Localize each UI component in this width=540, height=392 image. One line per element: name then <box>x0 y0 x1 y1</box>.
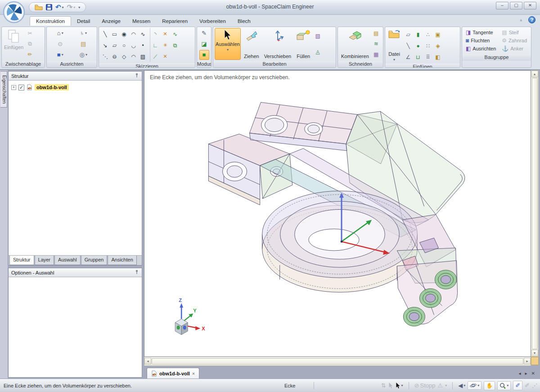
move-tool-button[interactable]: Verschieben <box>262 28 293 60</box>
redo-dropdown[interactable]: ▾ <box>73 5 75 9</box>
document-tab[interactable]: obw1d-b-voll × <box>147 368 199 378</box>
minimize-button[interactable]: – <box>496 2 508 9</box>
align-mate-button[interactable]: ◙Fluchten <box>466 37 496 44</box>
stop-button[interactable]: ⊘ Stopp <box>414 382 436 389</box>
pan-tool-button[interactable]: ✋ <box>484 381 495 390</box>
file-dropdown[interactable]: ▾ <box>393 58 395 62</box>
select-tool-button[interactable]: Auswählen ▾ <box>215 28 241 60</box>
tree-item-label[interactable]: obw1d-b-voll <box>35 84 69 90</box>
panel-tab-struktur[interactable]: Struktur <box>9 256 34 265</box>
polygon-icon[interactable]: ▱ <box>110 40 119 51</box>
panel-tab-gruppen[interactable]: Gruppen <box>81 256 108 265</box>
tangent-arc-icon[interactable]: ◠ <box>129 51 138 62</box>
circle3pt-icon[interactable]: ○ <box>119 40 129 51</box>
copy-icon[interactable]: ⧉ <box>26 40 34 48</box>
plane-icon[interactable]: ▱ <box>403 29 413 40</box>
sketch-mode-icon[interactable]: ✎ <box>199 28 209 38</box>
tangent-mate-button[interactable]: ◨Tangente <box>466 29 496 36</box>
anchor-mate-button[interactable]: ⚓Anker <box>502 45 527 52</box>
file-insert-button[interactable]: Datei ▾ <box>387 28 402 63</box>
extend-icon[interactable]: ✕ <box>160 51 170 62</box>
split-body-icon[interactable]: ▤ <box>372 29 380 37</box>
horizontal-scroll-thumb[interactable] <box>152 358 523 365</box>
mirror-icon[interactable]: ◧ <box>433 51 443 63</box>
axes-icon[interactable]: ∠ <box>403 51 413 63</box>
tab-konstruktion[interactable]: Konstruktion <box>30 16 71 26</box>
tab-reparieren[interactable]: Reparieren <box>156 17 194 26</box>
view-triad[interactable]: Z Y X <box>175 297 205 334</box>
ellipse-icon[interactable]: ⊖ <box>110 51 119 62</box>
cad-model[interactable] <box>208 102 465 326</box>
section-mode-icon[interactable]: ◪ <box>199 39 209 49</box>
axis-icon[interactable]: ╲ <box>403 40 413 51</box>
sweep-arc-icon[interactable]: ◡ <box>129 40 138 51</box>
line-icon[interactable]: ╲ <box>100 28 110 40</box>
help-button[interactable]: ? <box>528 16 536 23</box>
undo-button[interactable]: ↶ ▾ <box>55 4 64 10</box>
exploded-view-icon[interactable]: ◈ <box>433 40 443 51</box>
tree-expander-icon[interactable]: + <box>11 85 16 90</box>
model-viewport[interactable]: Z Y X Eine Ecke ziehen, um den Volumenkö… <box>144 70 531 357</box>
eye-view-icon[interactable]: ⊙ <box>49 38 72 49</box>
isometric-cube-button[interactable]: ■▾ <box>49 50 72 60</box>
save-button[interactable] <box>46 4 52 10</box>
project-icon[interactable]: ⟋ <box>150 51 160 62</box>
previous-view-button[interactable]: ◀ ▾ <box>458 382 465 389</box>
fill-tool-button[interactable]: Füllen <box>294 28 312 60</box>
tab-blech[interactable]: Blech <box>232 17 256 26</box>
paste-button[interactable]: Einfügen <box>3 28 24 60</box>
ngon-icon[interactable]: ◇ <box>119 51 129 62</box>
replace-face-icon[interactable]: ▧ <box>314 32 322 40</box>
close-button[interactable]: ✕ <box>524 2 536 9</box>
cylinder-icon[interactable]: ▮ <box>413 29 423 40</box>
vertical-scrollbar[interactable]: ▴ ▾ <box>531 70 539 357</box>
tab-messen[interactable]: Messen <box>126 17 156 26</box>
spin-view-button[interactable]: ▾ <box>468 381 482 390</box>
home-view-button[interactable]: ⌂▾ <box>49 27 72 38</box>
rectangle-icon[interactable]: ▭ <box>110 28 119 40</box>
gear-mate-button[interactable]: ⚙Zahnrad <box>502 37 527 44</box>
chamfer-icon[interactable]: ∟ <box>150 40 160 51</box>
tab-close-all-icon[interactable]: ✕ <box>531 371 535 376</box>
tab-detail[interactable]: Detail <box>71 17 96 26</box>
redo-button[interactable]: ↷ ▾ <box>67 4 76 10</box>
measure-pointer-button[interactable]: ✐ <box>513 381 522 390</box>
point-icon[interactable]: • <box>138 40 148 51</box>
undo-dropdown[interactable]: ▾ <box>62 5 64 9</box>
shell-solid-icon[interactable]: ▣ <box>433 29 443 40</box>
split-icon[interactable]: ✳ <box>160 40 170 51</box>
properties-vertical-tab[interactable]: Eigenschaften <box>0 71 7 108</box>
rigid-mate-button[interactable]: ▤Steif <box>502 29 527 36</box>
document-tab-close-icon[interactable]: × <box>192 371 195 376</box>
orient-mate-button[interactable]: ◧Ausrichten <box>466 45 496 52</box>
customize-qat-dropdown[interactable]: ▾ <box>78 5 80 9</box>
open-button[interactable] <box>35 4 43 10</box>
tab-next-icon[interactable]: ▸ <box>525 371 527 376</box>
trim-icon[interactable]: ✕ <box>160 28 170 40</box>
secondary-pen-button[interactable]: ✐ <box>525 382 530 389</box>
tab-prev-icon[interactable]: ◂ <box>519 371 521 376</box>
select-previous-icon[interactable] <box>388 383 393 389</box>
split-face-icon[interactable]: ≋ <box>372 40 380 48</box>
scroll-down-icon[interactable]: ▾ <box>531 350 538 356</box>
offset-icon[interactable]: ⧉ <box>170 40 180 51</box>
zoom-view-button[interactable]: ◎▾ <box>72 50 95 60</box>
arc-icon[interactable]: ◠ <box>129 28 138 40</box>
vertical-scroll-thumb[interactable] <box>532 78 538 349</box>
format-painter-icon[interactable]: ✏ <box>26 50 34 59</box>
cut-icon[interactable]: ✂ <box>26 29 34 37</box>
fill-region-icon[interactable]: ▨ <box>138 51 148 62</box>
resize-grip[interactable]: ⋰ <box>532 383 538 389</box>
collapse-ribbon-icon[interactable]: ▵ <box>520 18 522 22</box>
scroll-left-icon[interactable]: ◂ <box>144 358 151 365</box>
project-body-icon[interactable]: ▦ <box>372 50 380 59</box>
fillet-icon[interactable]: ◝ <box>150 28 160 40</box>
sphere-icon[interactable]: ● <box>413 40 423 51</box>
panel-tab-auswahl[interactable]: Auswahl <box>54 256 81 265</box>
scroll-up-icon[interactable]: ▴ <box>531 71 538 77</box>
pin-icon[interactable] <box>135 270 139 275</box>
circle-icon[interactable]: ◉ <box>119 28 129 40</box>
select-tool-status-button[interactable]: ▾ <box>396 383 403 389</box>
tree-row[interactable]: + ✓ obw1d-b-voll <box>11 84 139 90</box>
pin-icon[interactable] <box>135 73 139 79</box>
